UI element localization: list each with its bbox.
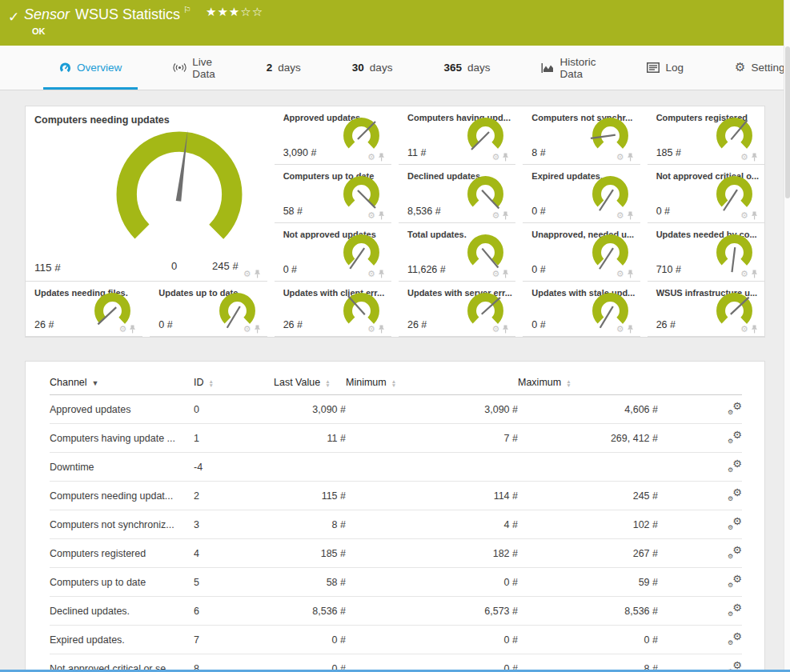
tab-overview[interactable]: Overview bbox=[48, 46, 133, 90]
gauge-settings-icon[interactable]: ⚙ bbox=[367, 270, 375, 278]
gauge-settings-icon[interactable]: ⚙ bbox=[243, 325, 251, 334]
pin-icon[interactable] bbox=[378, 211, 385, 220]
pin-icon[interactable] bbox=[751, 325, 758, 334]
priority-star-rating[interactable]: ★★★☆☆ bbox=[206, 5, 263, 19]
scrollbar-thumb[interactable] bbox=[785, 46, 790, 198]
table-row[interactable]: Downtime -4 ⚙⚙ bbox=[50, 453, 742, 482]
table-row[interactable]: Approved updates 0 3,090 # 3,090 # 4,606… bbox=[50, 395, 742, 424]
pin-icon[interactable] bbox=[129, 325, 136, 334]
gauge-cell[interactable]: Approved updates 3,090 # ⚙ bbox=[275, 106, 391, 165]
gauge-settings-icon[interactable]: ⚙ bbox=[118, 325, 126, 334]
edit-channel-icon[interactable]: ⚙⚙ bbox=[728, 459, 742, 472]
edit-channel-icon[interactable]: ⚙⚙ bbox=[728, 603, 742, 616]
gauge-settings-icon[interactable]: ⚙ bbox=[367, 211, 375, 220]
cell-channel[interactable]: Computers having update ... bbox=[50, 424, 194, 453]
pin-icon[interactable] bbox=[627, 325, 634, 334]
gauge-cell[interactable]: Not approved critical o... 0 # ⚙ bbox=[648, 165, 764, 223]
gauge-settings-icon[interactable]: ⚙ bbox=[367, 153, 375, 162]
edit-channel-icon[interactable]: ⚙⚙ bbox=[728, 402, 742, 414]
tab-settings[interactable]: ⚙Settings bbox=[724, 46, 790, 90]
table-row[interactable]: Computers not synchroniz... 3 8 # 4 # 10… bbox=[50, 510, 742, 539]
table-row[interactable]: Expired updates. 7 0 # 0 # 0 # ⚙⚙ bbox=[50, 626, 742, 654]
gauge-settings-icon[interactable]: ⚙ bbox=[367, 325, 375, 334]
tab-days-365[interactable]: 365days bbox=[432, 46, 501, 90]
gauge-settings-icon[interactable]: ⚙ bbox=[491, 270, 499, 278]
gauge-cell[interactable]: Computers having upd... 11 # ⚙ bbox=[399, 106, 515, 165]
pin-icon[interactable] bbox=[627, 153, 634, 162]
column-header-id[interactable]: ID▲▼ bbox=[194, 370, 274, 395]
edit-channel-icon[interactable]: ⚙⚙ bbox=[728, 517, 742, 530]
pin-icon[interactable] bbox=[502, 153, 509, 162]
gauge-cell[interactable]: Computers not synchr... 8 # ⚙ bbox=[523, 106, 640, 165]
vertical-scrollbar[interactable] bbox=[784, 0, 790, 672]
gauge-cell[interactable]: Declined updates. 8,536 # ⚙ bbox=[399, 165, 515, 223]
pin-icon[interactable] bbox=[378, 153, 385, 162]
table-row[interactable]: Computers up to date 5 58 # 0 # 59 # ⚙⚙ bbox=[50, 568, 742, 597]
gauge-cell[interactable]: Updates with stale upd... 0 # ⚙ bbox=[523, 282, 640, 337]
pin-icon[interactable] bbox=[378, 325, 385, 334]
edit-channel-icon[interactable]: ⚙⚙ bbox=[728, 574, 742, 587]
edit-channel-icon[interactable]: ⚙⚙ bbox=[728, 546, 742, 558]
pin-icon[interactable] bbox=[502, 325, 509, 334]
gauge-settings-icon[interactable]: ⚙ bbox=[616, 270, 624, 278]
column-header-minimum[interactable]: Minimum▲▼ bbox=[346, 370, 518, 395]
gauge-cell[interactable]: Not approved updates 0 # ⚙ bbox=[275, 223, 391, 282]
gauge-cell[interactable]: Updates needing files. 26 # ⚙ bbox=[26, 282, 142, 337]
column-header-last-value[interactable]: Last Value▲▼ bbox=[274, 370, 346, 395]
gauge-cell[interactable]: Total updates. 11,626 # ⚙ bbox=[399, 223, 515, 282]
pin-icon[interactable] bbox=[627, 211, 634, 220]
gauge-cell[interactable]: Updates needed by co... 710 # ⚙ bbox=[648, 223, 764, 282]
edit-channel-icon[interactable]: ⚙⚙ bbox=[728, 632, 742, 645]
gauge-cell[interactable]: Updates with server err... 26 # ⚙ bbox=[399, 282, 515, 337]
gauge-settings-icon[interactable]: ⚙ bbox=[616, 211, 624, 220]
gauge-cell[interactable]: Updates up to date. 0 # ⚙ bbox=[150, 282, 267, 337]
cell-channel[interactable]: Computers needing updat... bbox=[50, 482, 194, 510]
pin-icon[interactable] bbox=[378, 270, 385, 278]
gauge-cell[interactable]: Updates with client err... 26 # ⚙ bbox=[275, 282, 391, 337]
cell-channel[interactable]: Computers registered bbox=[50, 539, 194, 568]
table-row[interactable]: Computers having update ... 1 11 # 7 # 2… bbox=[50, 424, 742, 453]
pin-icon[interactable] bbox=[751, 153, 758, 162]
pin-icon[interactable] bbox=[751, 211, 758, 220]
pin-icon[interactable] bbox=[502, 270, 509, 278]
gauge-settings-icon[interactable]: ⚙ bbox=[491, 325, 499, 334]
cell-channel[interactable]: Downtime bbox=[50, 453, 194, 482]
tab-log[interactable]: Log bbox=[636, 46, 695, 90]
pin-icon[interactable] bbox=[254, 270, 261, 278]
cell-channel[interactable]: Expired updates. bbox=[50, 626, 194, 654]
column-header-maximum[interactable]: Maximum▲▼ bbox=[518, 370, 658, 395]
gauge-settings-icon[interactable]: ⚙ bbox=[740, 325, 748, 334]
gauge-cell[interactable]: Expired updates. 0 # ⚙ bbox=[523, 165, 640, 223]
star-filled-icon[interactable]: ★ bbox=[229, 5, 240, 18]
cell-channel[interactable]: Computers up to date bbox=[50, 568, 194, 597]
primary-gauge-cell[interactable]: Computers needing updates 115 # 0 245 # … bbox=[26, 106, 267, 282]
gauge-settings-icon[interactable]: ⚙ bbox=[616, 325, 624, 334]
cell-channel[interactable]: Approved updates bbox=[50, 395, 194, 424]
cell-channel[interactable]: Declined updates. bbox=[50, 597, 194, 626]
table-row[interactable]: Computers registered 4 185 # 182 # 267 #… bbox=[50, 539, 742, 568]
gauge-settings-icon[interactable]: ⚙ bbox=[740, 211, 748, 220]
tab-days-30[interactable]: 30days bbox=[341, 46, 404, 90]
table-row[interactable]: Computers needing updat... 2 115 # 114 #… bbox=[50, 482, 742, 510]
flag-icon[interactable]: ⚐ bbox=[183, 5, 191, 15]
gauge-cell[interactable]: Computers registered 185 # ⚙ bbox=[648, 106, 764, 165]
edit-channel-icon[interactable]: ⚙⚙ bbox=[728, 488, 742, 501]
pin-icon[interactable] bbox=[502, 211, 509, 220]
star-empty-icon[interactable]: ☆ bbox=[240, 5, 251, 18]
gauge-cell[interactable]: Unapproved, needed u... 0 # ⚙ bbox=[523, 223, 640, 282]
gauge-settings-icon[interactable]: ⚙ bbox=[616, 153, 624, 162]
gauge-settings-icon[interactable]: ⚙ bbox=[491, 153, 499, 162]
gauge-cell[interactable]: WSUS infrastructure u... 26 # ⚙ bbox=[648, 282, 764, 337]
pin-icon[interactable] bbox=[751, 270, 758, 278]
pin-icon[interactable] bbox=[254, 325, 261, 334]
edit-channel-icon[interactable]: ⚙⚙ bbox=[728, 430, 742, 443]
gauge-settings-icon[interactable]: ⚙ bbox=[491, 211, 499, 220]
cell-channel[interactable]: Computers not synchroniz... bbox=[50, 510, 194, 539]
star-filled-icon[interactable]: ★ bbox=[217, 5, 228, 18]
tab-historic-data[interactable]: Historic Data bbox=[530, 46, 607, 90]
gauge-settings-icon[interactable]: ⚙ bbox=[243, 270, 251, 278]
gauge-settings-icon[interactable]: ⚙ bbox=[740, 270, 748, 278]
tab-days-2[interactable]: 2days bbox=[255, 46, 312, 90]
star-empty-icon[interactable]: ☆ bbox=[252, 5, 263, 18]
gauge-cell[interactable]: Computers up to date 58 # ⚙ bbox=[275, 165, 391, 223]
